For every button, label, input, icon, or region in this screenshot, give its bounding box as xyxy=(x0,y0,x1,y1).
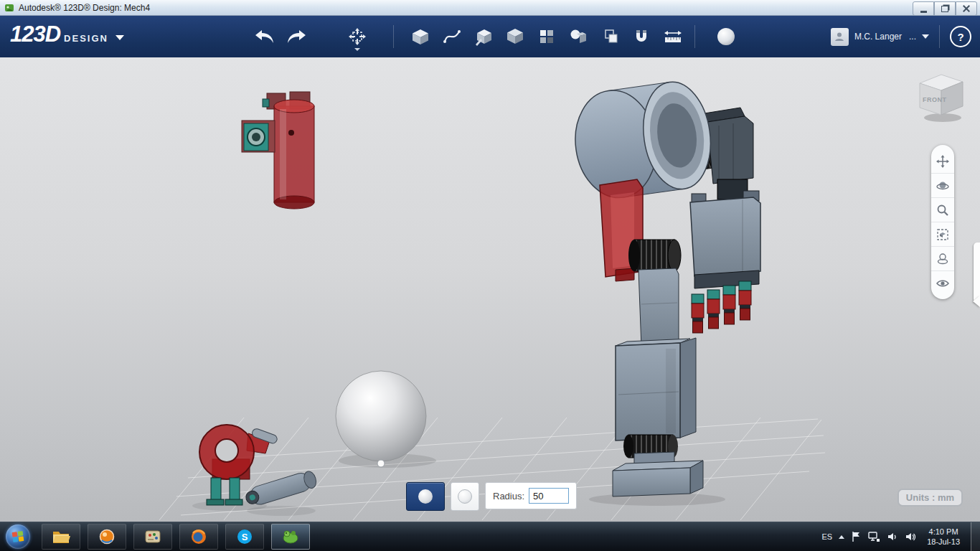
sphere-grip-point[interactable] xyxy=(377,460,385,467)
eye-icon xyxy=(936,276,950,291)
logo-123d-text: 123D xyxy=(10,22,60,47)
construct-menu-button[interactable] xyxy=(469,21,498,52)
camera-views-button[interactable] xyxy=(931,246,954,270)
windows-taskbar: S ES xyxy=(0,522,980,551)
skype-icon: S xyxy=(236,528,253,545)
right-edge-arrow-icon[interactable] xyxy=(973,296,980,307)
redo-icon xyxy=(285,28,309,45)
toolbar-separator xyxy=(393,25,394,48)
start-button[interactable] xyxy=(6,524,30,549)
construct-cube-pencil-icon xyxy=(474,27,493,46)
viewcube[interactable]: FRONT xyxy=(910,66,970,126)
magnifier-icon xyxy=(936,203,950,217)
grouping-menu-button[interactable] xyxy=(564,21,593,52)
camera-attachment[interactable] xyxy=(242,121,275,152)
sphere-solid-button[interactable] xyxy=(406,482,445,511)
fit-view-button[interactable] xyxy=(931,222,954,246)
sphere-parameter-dialog: Radius: xyxy=(406,482,577,511)
skype-app-button[interactable]: S xyxy=(225,524,264,550)
combine-menu-button[interactable] xyxy=(595,21,624,52)
modify-menu-button[interactable] xyxy=(501,21,529,52)
magnet-icon xyxy=(633,28,650,45)
network-icon[interactable] xyxy=(867,531,880,542)
hidden-icons-chevron-icon[interactable] xyxy=(839,535,844,539)
part-shadow xyxy=(247,506,316,516)
media-player-app-button[interactable] xyxy=(88,524,126,550)
folder-icon xyxy=(52,529,70,545)
measure-button[interactable] xyxy=(659,21,687,52)
person-icon xyxy=(834,31,845,42)
sphere-hollow-button[interactable] xyxy=(451,482,479,511)
user-avatar[interactable] xyxy=(831,28,849,46)
model-red-cylinder[interactable] xyxy=(242,92,314,209)
help-button[interactable]: ? xyxy=(950,26,971,47)
firefox-app-button[interactable] xyxy=(179,524,218,550)
clock-date: 18-Jul-13 xyxy=(927,537,960,547)
grouping-shapes-icon xyxy=(569,27,588,46)
123d-design-app-button[interactable] xyxy=(271,524,310,550)
window-controls xyxy=(913,1,977,16)
zoom-button[interactable] xyxy=(931,197,954,222)
window-title: Autodesk® 123D® Design: Mech4 xyxy=(19,3,150,13)
visibility-button[interactable] xyxy=(931,270,954,295)
camera-views-icon xyxy=(936,252,950,266)
radius-panel: Radius: xyxy=(485,482,577,509)
language-indicator[interactable]: ES xyxy=(821,532,832,541)
app-menu-chevron-icon[interactable] xyxy=(116,35,124,40)
user-menu-chevron-icon[interactable] xyxy=(922,34,929,39)
palette-app-button[interactable] xyxy=(133,524,172,550)
radius-label: Radius: xyxy=(493,491,524,501)
action-center-flag-icon[interactable] xyxy=(851,531,861,542)
units-badge[interactable]: Units : mm xyxy=(897,489,963,507)
help-question-label: ? xyxy=(957,31,963,43)
pattern-menu-button[interactable] xyxy=(532,21,561,52)
sphere-tool-button[interactable] xyxy=(712,21,740,52)
minimize-icon xyxy=(920,11,927,13)
taskbar-clock[interactable]: 4:10 PM 18-Jul-13 xyxy=(927,527,960,547)
primitives-menu-button[interactable] xyxy=(406,21,435,52)
sketch-menu-button[interactable] xyxy=(438,21,466,52)
taskbar-apps: S xyxy=(42,524,310,550)
orbit-button[interactable] xyxy=(931,173,954,197)
viewport-3d[interactable]: FRONT xyxy=(0,57,980,522)
model-sphere-primitive[interactable] xyxy=(336,371,436,468)
ruler-icon xyxy=(663,28,683,45)
sphere-tool-icon xyxy=(717,28,735,45)
skype-letter: S xyxy=(242,532,248,542)
robot-fingers xyxy=(692,281,751,333)
scene-canvas[interactable] xyxy=(0,57,980,522)
explorer-app-button[interactable] xyxy=(42,524,80,550)
app-logo: 123D DESIGN xyxy=(10,22,124,47)
firefox-icon xyxy=(190,528,207,545)
restore-button[interactable] xyxy=(934,1,956,16)
viewcube-front-label: FRONT xyxy=(923,96,947,103)
window-titlebar: Autodesk® 123D® Design: Mech4 xyxy=(0,0,980,16)
transform-button[interactable] xyxy=(343,21,372,52)
redo-button[interactable] xyxy=(283,21,311,52)
logo-design-text: DESIGN xyxy=(64,33,108,44)
volume-icon[interactable] xyxy=(887,531,898,542)
right-edge-scroll-tab[interactable] xyxy=(974,242,980,303)
123d-gecko-icon xyxy=(281,529,300,545)
pattern-grid-icon xyxy=(538,28,555,45)
show-desktop-button[interactable] xyxy=(971,522,980,551)
speaker-device-icon[interactable] xyxy=(905,531,916,542)
windows-flag-icon xyxy=(11,530,24,543)
hollow-sphere-icon xyxy=(458,489,472,504)
solid-sphere-icon xyxy=(418,489,433,504)
snap-button[interactable] xyxy=(627,21,656,52)
fit-view-icon xyxy=(936,227,950,242)
close-button[interactable] xyxy=(956,1,977,16)
minimize-button[interactable] xyxy=(913,1,934,16)
user-name-label[interactable]: M.C. Langer xyxy=(854,32,902,42)
undo-button[interactable] xyxy=(250,21,278,52)
toolbar-separator xyxy=(694,25,695,48)
radius-input[interactable] xyxy=(529,488,569,504)
user-name-ellipsis: ... xyxy=(909,32,916,42)
model-capsule-part[interactable] xyxy=(243,469,318,516)
transform-move-icon xyxy=(348,27,367,46)
transform-dropdown-icon xyxy=(354,48,360,51)
pan-button[interactable] xyxy=(931,149,954,173)
user-area: M.C. Langer ... ? xyxy=(831,16,971,57)
palette-app-icon xyxy=(144,529,161,545)
